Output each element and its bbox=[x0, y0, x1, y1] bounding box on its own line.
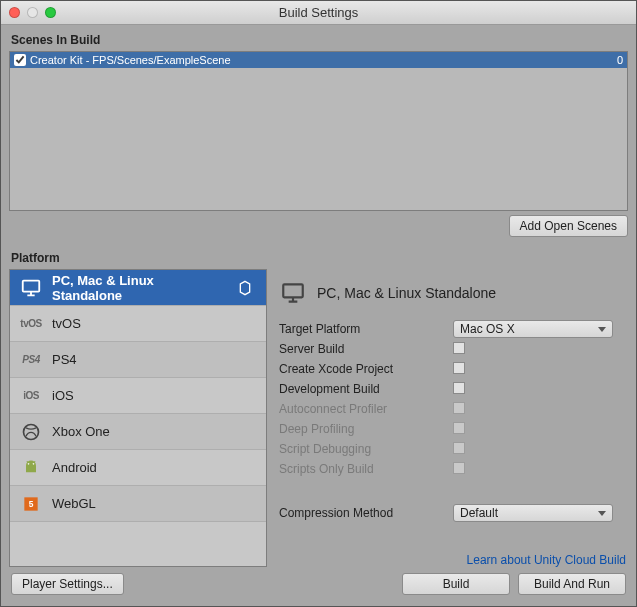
ios-icon: iOS bbox=[20, 385, 42, 407]
platform-label: WebGL bbox=[52, 496, 96, 511]
player-settings-button[interactable]: Player Settings... bbox=[11, 573, 124, 595]
dropdown-value: Default bbox=[460, 506, 498, 520]
field-scripts-only: Scripts Only Build bbox=[277, 459, 628, 479]
panel-header: PC, Mac & Linux Standalone bbox=[277, 273, 628, 319]
platform-label: Android bbox=[52, 460, 97, 475]
platform-item-xboxone[interactable]: Xbox One bbox=[10, 414, 266, 450]
dropdown-value: Mac OS X bbox=[460, 322, 515, 336]
field-label: Autoconnect Profiler bbox=[279, 402, 453, 416]
minimize-icon[interactable] bbox=[27, 7, 38, 18]
platform-item-webgl[interactable]: 5 WebGL bbox=[10, 486, 266, 522]
field-create-xcode: Create Xcode Project bbox=[277, 359, 628, 379]
platform-item-standalone[interactable]: PC, Mac & Linux Standalone bbox=[10, 270, 266, 306]
field-label: Scripts Only Build bbox=[279, 462, 453, 476]
platform-label: tvOS bbox=[52, 316, 81, 331]
android-icon bbox=[20, 457, 42, 479]
scene-index: 0 bbox=[607, 54, 623, 66]
field-label: Compression Method bbox=[279, 506, 453, 520]
field-server-build: Server Build bbox=[277, 339, 628, 359]
platform-item-tvos[interactable]: tvOS tvOS bbox=[10, 306, 266, 342]
field-dev-build: Development Build bbox=[277, 379, 628, 399]
scenes-header: Scenes In Build bbox=[9, 29, 628, 51]
scenes-list[interactable]: Creator Kit - FPS/Scenes/ExampleScene 0 bbox=[9, 51, 628, 211]
platform-label: iOS bbox=[52, 388, 74, 403]
compression-dropdown[interactable]: Default bbox=[453, 504, 613, 522]
platform-label: Xbox One bbox=[52, 424, 110, 439]
scene-row[interactable]: Creator Kit - FPS/Scenes/ExampleScene 0 bbox=[10, 52, 627, 68]
add-open-scenes-button[interactable]: Add Open Scenes bbox=[509, 215, 628, 237]
monitor-icon bbox=[20, 277, 42, 299]
create-xcode-checkbox[interactable] bbox=[453, 362, 465, 374]
platform-label: PC, Mac & Linux Standalone bbox=[52, 273, 224, 303]
tvos-icon: tvOS bbox=[20, 313, 42, 335]
target-platform-dropdown[interactable]: Mac OS X bbox=[453, 320, 613, 338]
field-label: Create Xcode Project bbox=[279, 362, 453, 376]
build-button[interactable]: Build bbox=[402, 573, 510, 595]
close-icon[interactable] bbox=[9, 7, 20, 18]
monitor-icon bbox=[279, 279, 307, 307]
server-build-checkbox[interactable] bbox=[453, 342, 465, 354]
field-deep-profiling: Deep Profiling bbox=[277, 419, 628, 439]
platform-item-ps4[interactable]: PS4 PS4 bbox=[10, 342, 266, 378]
autoconnect-checkbox bbox=[453, 402, 465, 414]
platform-list: PC, Mac & Linux Standalone tvOS tvOS PS4… bbox=[9, 269, 267, 567]
zoom-icon[interactable] bbox=[45, 7, 56, 18]
field-label: Script Debugging bbox=[279, 442, 453, 456]
field-autoconnect: Autoconnect Profiler bbox=[277, 399, 628, 419]
cloud-build-link[interactable]: Learn about Unity Cloud Build bbox=[277, 547, 628, 567]
scene-path: Creator Kit - FPS/Scenes/ExampleScene bbox=[30, 54, 607, 66]
script-debugging-checkbox bbox=[453, 442, 465, 454]
field-label: Server Build bbox=[279, 342, 453, 356]
field-label: Development Build bbox=[279, 382, 453, 396]
platform-settings-panel: PC, Mac & Linux Standalone Target Platfo… bbox=[277, 269, 628, 567]
bottom-bar: Player Settings... Build Build And Run bbox=[9, 567, 628, 597]
svg-rect-0 bbox=[23, 280, 40, 291]
scripts-only-checkbox bbox=[453, 462, 465, 474]
platform-item-ios[interactable]: iOS iOS bbox=[10, 378, 266, 414]
webgl-icon: 5 bbox=[20, 493, 42, 515]
platform-item-android[interactable]: Android bbox=[10, 450, 266, 486]
ps4-icon: PS4 bbox=[20, 349, 42, 371]
panel-title: PC, Mac & Linux Standalone bbox=[317, 285, 496, 301]
svg-rect-5 bbox=[283, 284, 303, 297]
titlebar: Build Settings bbox=[1, 1, 636, 25]
field-compression: Compression Method Default bbox=[277, 503, 628, 523]
scene-checkbox[interactable] bbox=[14, 54, 26, 66]
deep-profiling-checkbox bbox=[453, 422, 465, 434]
window-controls bbox=[9, 7, 56, 18]
window-title: Build Settings bbox=[1, 5, 636, 20]
build-and-run-button[interactable]: Build And Run bbox=[518, 573, 626, 595]
platform-header: Platform bbox=[9, 247, 628, 269]
field-target-platform: Target Platform Mac OS X bbox=[277, 319, 628, 339]
field-script-debugging: Script Debugging bbox=[277, 439, 628, 459]
platform-label: PS4 bbox=[52, 352, 77, 367]
xbox-icon bbox=[20, 421, 42, 443]
dev-build-checkbox[interactable] bbox=[453, 382, 465, 394]
unity-icon bbox=[234, 277, 256, 299]
svg-text:5: 5 bbox=[29, 499, 34, 509]
field-label: Deep Profiling bbox=[279, 422, 453, 436]
field-label: Target Platform bbox=[279, 322, 453, 336]
